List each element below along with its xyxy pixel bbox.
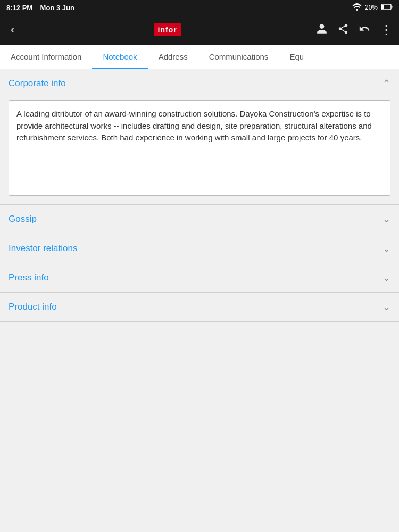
svg-rect-1 bbox=[381, 5, 384, 9]
section-press-info-title: Press info bbox=[9, 272, 49, 283]
battery-icon bbox=[381, 4, 393, 12]
tab-notebook[interactable]: Notebook bbox=[92, 45, 147, 69]
section-gossip-title: Gossip bbox=[9, 214, 37, 225]
svg-rect-2 bbox=[392, 6, 393, 8]
section-product-info-header[interactable]: Product info ⌄ bbox=[0, 293, 399, 321]
person-icon[interactable] bbox=[316, 23, 328, 37]
tab-bar: Account Information Notebook Address Com… bbox=[0, 45, 399, 69]
undo-icon[interactable] bbox=[359, 23, 370, 37]
corporate-info-textbox[interactable]: A leading ditributor of an award-winning… bbox=[9, 100, 390, 196]
divider-product bbox=[0, 321, 399, 322]
chevron-up-icon: ⌃ bbox=[383, 78, 390, 89]
tab-equ[interactable]: Equ bbox=[279, 45, 314, 69]
chevron-down-icon: ⌄ bbox=[383, 272, 390, 284]
section-investor-relations: Investor relations ⌄ bbox=[0, 234, 399, 263]
section-product-info: Product info ⌄ bbox=[0, 293, 399, 322]
status-date: Mon 3 Jun bbox=[40, 4, 74, 12]
tab-communications[interactable]: Communications bbox=[198, 45, 279, 69]
status-time-date: 8:12 PM Mon 3 Jun bbox=[6, 4, 74, 12]
chevron-down-icon: ⌄ bbox=[383, 243, 390, 254]
section-press-info-header[interactable]: Press info ⌄ bbox=[0, 263, 399, 292]
status-bar: 8:12 PM Mon 3 Jun 20% bbox=[0, 0, 399, 15]
chevron-down-icon: ⌄ bbox=[383, 213, 390, 225]
section-corporate-info-title: Corporate info bbox=[9, 78, 66, 89]
tab-account-information[interactable]: Account Information bbox=[0, 45, 92, 69]
back-button[interactable]: ‹ bbox=[6, 22, 19, 38]
corporate-info-body: A leading ditributor of an award-winning… bbox=[0, 98, 399, 204]
header-actions: ⋮ bbox=[316, 22, 393, 37]
section-corporate-info: Corporate info ⌃ A leading ditributor of… bbox=[0, 69, 399, 205]
more-icon[interactable]: ⋮ bbox=[380, 22, 393, 37]
app-logo: infor bbox=[154, 23, 181, 36]
battery-text: 20% bbox=[365, 4, 378, 11]
share-icon[interactable] bbox=[337, 23, 349, 37]
section-gossip-header[interactable]: Gossip ⌄ bbox=[0, 205, 399, 234]
status-icons: 20% bbox=[352, 3, 393, 12]
wifi-icon bbox=[352, 3, 362, 12]
section-investor-relations-title: Investor relations bbox=[9, 243, 77, 254]
app-header: ‹ infor ⋮ bbox=[0, 15, 399, 45]
chevron-down-icon: ⌄ bbox=[383, 301, 390, 313]
section-product-info-title: Product info bbox=[9, 302, 57, 312]
section-investor-relations-header[interactable]: Investor relations ⌄ bbox=[0, 234, 399, 263]
content-area: Corporate info ⌃ A leading ditributor of… bbox=[0, 69, 399, 530]
tab-address[interactable]: Address bbox=[148, 45, 198, 69]
section-corporate-info-header[interactable]: Corporate info ⌃ bbox=[0, 69, 399, 98]
section-press-info: Press info ⌄ bbox=[0, 263, 399, 293]
section-gossip: Gossip ⌄ bbox=[0, 205, 399, 234]
status-time: 8:12 PM bbox=[6, 4, 32, 12]
